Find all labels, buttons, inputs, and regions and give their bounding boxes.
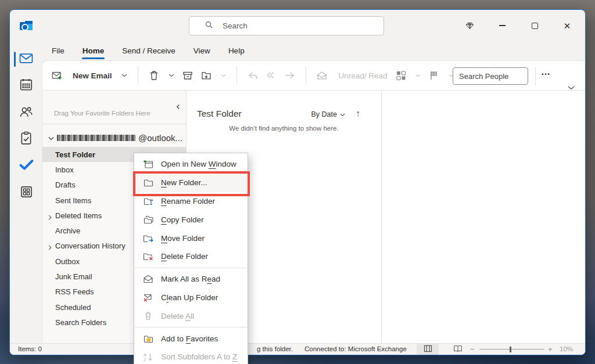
menu-item-delete-folder[interactable]: Delete Folder [134, 247, 248, 266]
new-email-icon [52, 71, 62, 80]
more-commands-button[interactable]: … [541, 67, 551, 77]
close-icon: ✕ [564, 21, 571, 30]
todo-icon [19, 159, 34, 173]
nav-item-mail[interactable] [10, 46, 42, 73]
menu-item-label: Open in New Window [161, 160, 236, 168]
ellipsis-icon: … [541, 67, 551, 77]
tab-file[interactable]: File [51, 44, 66, 59]
ribbon-toolbar: New Email [42, 61, 585, 91]
menu-item-sort-subfolders-a-to-z[interactable]: AZSort Subfolders A to Z [134, 348, 248, 364]
titlebar-search-box[interactable]: Search [189, 16, 384, 35]
account-row[interactable]: @outlook... [42, 129, 186, 146]
tab-send-receive[interactable]: Send / Receive [121, 44, 177, 59]
menu-item-label: Copy Folder [161, 215, 204, 224]
items-count: Items: 0 [18, 345, 42, 352]
new-email-button[interactable]: New Email [52, 71, 127, 80]
chevron-right-icon [48, 213, 52, 222]
nav-item-calendar[interactable] [10, 73, 42, 99]
nav-item-todo[interactable] [10, 153, 42, 179]
zoom-in-icon[interactable]: + [548, 345, 553, 354]
reply-all-button [266, 71, 277, 80]
flag-icon [429, 71, 439, 80]
gem-icon[interactable] [462, 18, 477, 33]
sort-direction-button[interactable]: ↑ [356, 108, 361, 118]
search-icon [205, 20, 213, 31]
copy-folder-icon [143, 215, 153, 224]
menu-item-label: Mark All as Read [161, 275, 220, 283]
nav-item-tasks[interactable] [10, 126, 42, 153]
active-indicator [14, 52, 16, 67]
outlook-window: Search ✕ FileHomeSend / ReceiveViewHelp [9, 9, 586, 355]
archive-button[interactable] [182, 71, 193, 80]
connection-status: Connected to: Microsoft Exchange [304, 345, 407, 352]
forward-button [285, 71, 295, 80]
menu-item-label: Delete Folder [161, 252, 208, 261]
folder-label: Archive [55, 226, 80, 235]
tab-view[interactable]: View [192, 44, 212, 59]
menu-item-label: Delete All [161, 312, 194, 320]
minimize-button[interactable] [494, 18, 510, 33]
delete-folder-icon [143, 252, 153, 261]
mark-read-icon [143, 275, 153, 284]
forward-icon [285, 71, 295, 80]
chevron-down-icon [568, 82, 575, 92]
favorites-hint: Drag Your Favorite Folders Here [54, 110, 150, 117]
reply-all-icon [266, 71, 277, 80]
collapse-folder-pane-button[interactable] [176, 102, 180, 112]
menu-item-mark-all-as-read[interactable]: Mark All as Read [134, 270, 248, 289]
folder-context-menu: Open in New WindowNew Folder...Rename Fo… [134, 153, 248, 364]
menu-item-clean-up-folder[interactable]: Clean Up Folder [134, 289, 248, 307]
rename-folder-icon [143, 196, 153, 206]
empty-folder-message: We didn’t find anything to show here. [187, 125, 381, 132]
menu-item-rename-folder[interactable]: Rename Folder [134, 192, 248, 211]
chevron-down-icon [415, 74, 421, 77]
divider [42, 124, 186, 124]
chevron-down-icon [121, 74, 127, 77]
menu-item-open-in-new-window[interactable]: Open in New Window [134, 155, 248, 174]
categorize-button[interactable] [396, 71, 421, 80]
move-to-button[interactable] [201, 71, 226, 80]
status-partial-text: g this folder. [257, 345, 293, 352]
menu-item-move-folder[interactable]: Move Folder [134, 229, 248, 247]
maximize-button[interactable] [527, 18, 542, 33]
folder-label: Inbox [55, 165, 74, 174]
menu-item-copy-folder[interactable]: Copy Folder [134, 210, 248, 229]
flag-button[interactable] [429, 71, 454, 80]
mail-icon [19, 52, 34, 67]
menu-item-new-folder[interactable]: New Folder... [134, 174, 248, 192]
menu-item-label: Add to Favorites [161, 334, 218, 343]
folder-label: Deleted Items [55, 211, 102, 220]
folder-label: Sent Items [55, 196, 91, 205]
reading-view-button[interactable] [447, 344, 469, 355]
search-people-input[interactable]: Search People [453, 67, 528, 85]
toolbar-separator [236, 67, 237, 84]
tab-home[interactable]: Home [81, 44, 106, 59]
calendar-icon [19, 78, 33, 94]
toolbar-separator [306, 67, 306, 84]
envelope-open-icon [317, 71, 327, 80]
desktop-wallpaper: Search ✕ FileHomeSend / ReceiveViewHelp [0, 0, 595, 364]
menu-item-delete-all[interactable]: Delete All [134, 307, 248, 325]
sort-label: By Date [311, 110, 337, 118]
nav-item-people[interactable] [10, 99, 42, 126]
nav-item-apps[interactable] [10, 179, 42, 206]
folder-label: Search Folders [55, 318, 106, 327]
folder-label: Drafts [55, 181, 76, 189]
folder-label: Conversation History [55, 242, 126, 250]
new-folder-icon [143, 178, 153, 188]
chevron-down-icon [340, 110, 345, 118]
menu-item-label: Sort Subfolders A to Z [161, 352, 237, 361]
add-favorites-icon [143, 334, 153, 343]
reading-layout-button[interactable] [417, 344, 439, 355]
zoom-out-icon[interactable]: − [470, 345, 475, 354]
zoom-slider-handle[interactable] [510, 347, 511, 352]
zoom-slider[interactable] [479, 349, 544, 349]
sort-by-date-dropdown[interactable]: By Date [311, 110, 345, 118]
account-name-redacted [57, 135, 135, 141]
close-button[interactable]: ✕ [560, 18, 575, 33]
toolbar-separator [138, 67, 138, 84]
maximize-icon [532, 23, 538, 29]
menu-item-add-to-favorites[interactable]: Add to Favorites [134, 329, 248, 348]
delete-button[interactable] [149, 71, 174, 80]
tab-help[interactable]: Help [227, 44, 246, 59]
